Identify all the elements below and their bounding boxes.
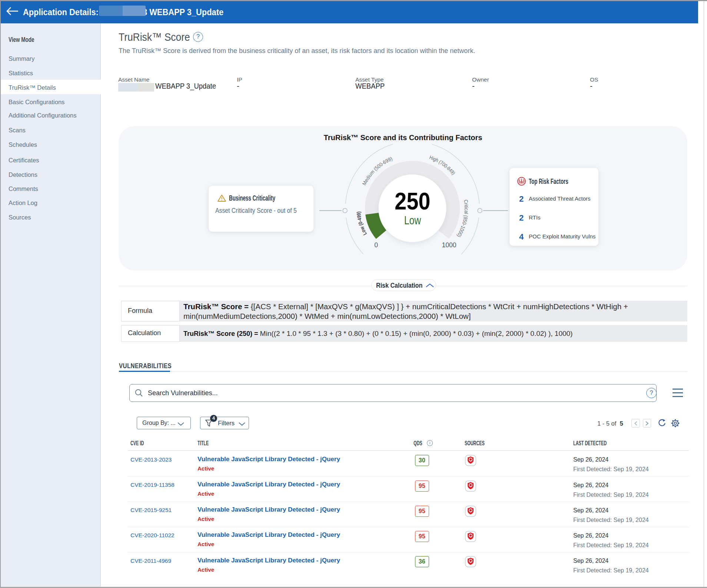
svg-text:1000: 1000	[442, 241, 457, 249]
svg-text:0: 0	[374, 241, 378, 249]
